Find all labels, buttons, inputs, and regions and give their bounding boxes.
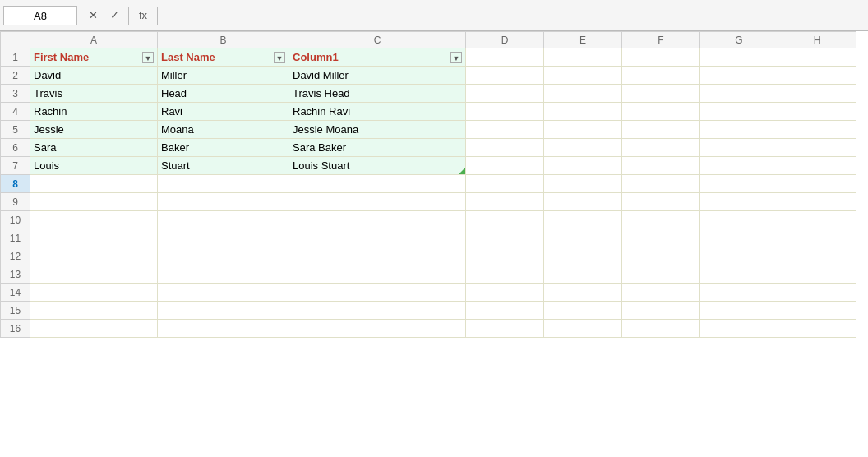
cell-F6[interactable] <box>622 139 700 157</box>
row-header-11[interactable]: 11 <box>1 229 30 247</box>
cell-B16[interactable] <box>158 320 289 338</box>
cell-H4[interactable] <box>778 103 856 121</box>
cell-C9[interactable] <box>289 193 466 211</box>
cell-C4[interactable]: Rachin Ravi <box>289 103 466 121</box>
cell-H14[interactable] <box>778 284 856 302</box>
cell-H10[interactable] <box>778 211 856 229</box>
cell-D12[interactable] <box>466 247 544 265</box>
cell-G14[interactable] <box>700 284 778 302</box>
confirm-button[interactable]: ✓ <box>104 6 125 25</box>
cell-B13[interactable] <box>158 265 289 284</box>
cell-F15[interactable] <box>622 302 700 320</box>
cell-C15[interactable] <box>289 302 466 320</box>
cell-B11[interactable] <box>158 229 289 247</box>
cell-E14[interactable] <box>544 284 622 302</box>
cell-D11[interactable] <box>466 229 544 247</box>
cell-E10[interactable] <box>544 211 622 229</box>
cell-H13[interactable] <box>778 265 856 284</box>
row-header-12[interactable]: 12 <box>1 247 30 265</box>
cell-B9[interactable] <box>158 193 289 211</box>
cell-D5[interactable] <box>466 121 544 139</box>
cell-G8[interactable] <box>700 175 778 193</box>
row-header-15[interactable]: 15 <box>1 302 30 320</box>
cell-E9[interactable] <box>544 193 622 211</box>
cell-B5[interactable]: Moana <box>158 121 289 139</box>
cell-H3[interactable] <box>778 85 856 103</box>
cell-C6[interactable]: Sara Baker <box>289 139 466 157</box>
cell-F4[interactable] <box>622 103 700 121</box>
col-header-b[interactable]: B <box>158 32 289 48</box>
cell-C13[interactable] <box>289 265 466 284</box>
cell-A11[interactable] <box>30 229 158 247</box>
col-header-c[interactable]: C <box>289 32 466 48</box>
row-header-5[interactable]: 5 <box>1 121 30 139</box>
row-header-14[interactable]: 14 <box>1 284 30 302</box>
cell-B4[interactable]: Ravi <box>158 103 289 121</box>
cell-H9[interactable] <box>778 193 856 211</box>
cell-E12[interactable] <box>544 247 622 265</box>
cell-G2[interactable] <box>700 67 778 85</box>
cell-G5[interactable] <box>700 121 778 139</box>
cell-E7[interactable] <box>544 157 622 175</box>
cell-F8[interactable] <box>622 175 700 193</box>
cell-B14[interactable] <box>158 284 289 302</box>
cell-C8[interactable] <box>289 175 466 193</box>
cell-F16[interactable] <box>622 320 700 338</box>
cell-D8[interactable] <box>466 175 544 193</box>
cell-A10[interactable] <box>30 211 158 229</box>
cell-E4[interactable] <box>544 103 622 121</box>
row-header-7[interactable]: 7 <box>1 157 30 175</box>
cell-E5[interactable] <box>544 121 622 139</box>
cell-D9[interactable] <box>466 193 544 211</box>
name-box[interactable]: A8 <box>3 6 77 25</box>
cell-A7[interactable]: Louis <box>30 157 158 175</box>
row-header-1[interactable]: 1 <box>1 48 30 67</box>
cell-A2[interactable]: David <box>30 67 158 85</box>
cell-A13[interactable] <box>30 265 158 284</box>
cell-H15[interactable] <box>778 302 856 320</box>
filter-btn-col0[interactable]: ▼ <box>142 52 154 63</box>
cell-A16[interactable] <box>30 320 158 338</box>
cell-H1[interactable] <box>778 48 856 67</box>
cell-G10[interactable] <box>700 211 778 229</box>
cell-C10[interactable] <box>289 211 466 229</box>
filter-btn-col1[interactable]: ▼ <box>274 52 285 63</box>
col-header-f[interactable]: F <box>622 32 700 48</box>
cell-D16[interactable] <box>466 320 544 338</box>
cell-H12[interactable] <box>778 247 856 265</box>
cell-E11[interactable] <box>544 229 622 247</box>
cell-G11[interactable] <box>700 229 778 247</box>
cell-H5[interactable] <box>778 121 856 139</box>
cell-A14[interactable] <box>30 284 158 302</box>
cell-B10[interactable] <box>158 211 289 229</box>
filter-btn-col2[interactable]: ▼ <box>450 52 462 63</box>
cell-H7[interactable] <box>778 157 856 175</box>
cell-B2[interactable]: Miller <box>158 67 289 85</box>
cell-A8[interactable] <box>30 175 158 193</box>
row-header-4[interactable]: 4 <box>1 103 30 121</box>
row-header-2[interactable]: 2 <box>1 67 30 85</box>
cell-A12[interactable] <box>30 247 158 265</box>
cell-G15[interactable] <box>700 302 778 320</box>
cell-C16[interactable] <box>289 320 466 338</box>
cell-C3[interactable]: Travis Head <box>289 85 466 103</box>
cell-H16[interactable] <box>778 320 856 338</box>
cell-B3[interactable]: Head <box>158 85 289 103</box>
cell-G3[interactable] <box>700 85 778 103</box>
row-header-6[interactable]: 6 <box>1 139 30 157</box>
cell-C1[interactable]: Column1▼ <box>289 48 466 67</box>
row-header-3[interactable]: 3 <box>1 85 30 103</box>
fx-button[interactable]: fx <box>132 6 154 25</box>
row-header-16[interactable]: 16 <box>1 320 30 338</box>
cell-E13[interactable] <box>544 265 622 284</box>
col-header-a[interactable]: A <box>30 32 158 48</box>
cell-B12[interactable] <box>158 247 289 265</box>
cell-G6[interactable] <box>700 139 778 157</box>
cell-C7[interactable]: Louis Stuart <box>289 157 466 175</box>
cell-B6[interactable]: Baker <box>158 139 289 157</box>
cell-D7[interactable] <box>466 157 544 175</box>
cell-F11[interactable] <box>622 229 700 247</box>
cell-E3[interactable] <box>544 85 622 103</box>
cell-D6[interactable] <box>466 139 544 157</box>
cell-A9[interactable] <box>30 193 158 211</box>
